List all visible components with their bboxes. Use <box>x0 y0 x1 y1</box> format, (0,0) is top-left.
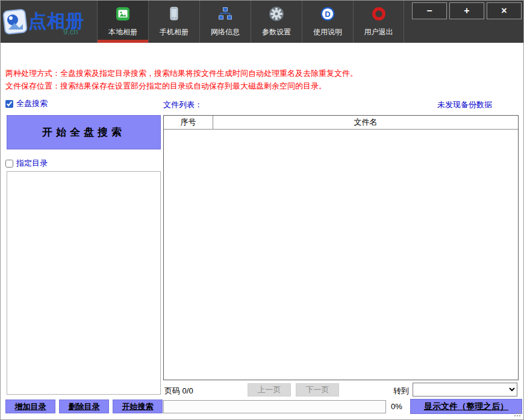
start-search-button[interactable]: 开始搜索 <box>113 400 163 413</box>
remove-directory-button[interactable]: 删除目录 <box>59 400 109 413</box>
notice-line-2: 文件保存位置：搜索结果保存在设置部分指定的目录或自动保存到最大磁盘剩余空间的目录… <box>5 81 326 92</box>
tab-help[interactable]: D 使用说明 <box>302 1 353 43</box>
full-scan-checkbox-row: 全盘搜索 <box>5 98 48 109</box>
tab-label: 参数设置 <box>262 27 291 37</box>
app-window: 点相册 9.cn 本地相册 <box>0 0 524 420</box>
backup-status-text: 未发现备份数据 <box>437 99 492 110</box>
tab-label: 手机相册 <box>160 27 189 37</box>
exit-icon <box>372 5 386 22</box>
add-directory-button[interactable]: 增加目录 <box>5 400 55 413</box>
specify-dir-label: 指定目录 <box>16 158 48 169</box>
page-number-label: 页码 0/0 <box>164 386 193 396</box>
close-button[interactable]: × <box>487 2 522 19</box>
start-full-scan-button[interactable]: 开始全盘搜索 <box>7 115 161 149</box>
progress-percent: 0% <box>391 402 402 411</box>
toolbar: 点相册 9.cn 本地相册 <box>1 1 523 43</box>
directory-listbox[interactable] <box>7 171 161 395</box>
app-logo: 点相册 9.cn <box>1 1 97 43</box>
tab-network-info[interactable]: 网络信息 <box>199 1 251 43</box>
window-controls: − + × <box>412 2 522 19</box>
local-album-icon <box>116 5 130 22</box>
goto-page-select[interactable] <box>413 383 517 396</box>
file-table-body[interactable] <box>164 130 518 380</box>
column-header-filename[interactable]: 文件名 <box>213 116 518 129</box>
full-scan-label: 全盘搜索 <box>16 98 48 109</box>
app-logo-icon <box>2 8 28 38</box>
file-list-title: 文件列表： <box>163 99 202 110</box>
notice-line-1: 两种处理方式：全盘搜索及指定目录搜索，搜索结果将按文件生成时间自动处理重名及去除… <box>5 68 358 79</box>
column-header-seq[interactable]: 序号 <box>164 116 213 129</box>
specify-dir-checkbox-row: 指定目录 <box>5 158 48 169</box>
goto-label: 转到 <box>393 386 409 396</box>
network-info-icon <box>218 5 232 22</box>
specify-dir-checkbox[interactable] <box>5 160 13 168</box>
help-icon: D <box>320 5 335 22</box>
svg-text:D: D <box>325 10 330 19</box>
phone-album-icon <box>167 5 181 22</box>
full-scan-checkbox[interactable] <box>5 100 13 108</box>
tab-settings[interactable]: 参数设置 <box>251 1 302 43</box>
watermark-text: 9.cn <box>63 27 78 36</box>
maximize-button[interactable]: + <box>449 2 484 19</box>
progress-bar <box>163 400 386 413</box>
tab-exit[interactable]: 用户退出 <box>353 1 404 43</box>
tab-local-album[interactable]: 本地相册 <box>97 1 148 43</box>
prev-page-button[interactable]: 上一页 <box>248 383 291 396</box>
tab-label: 本地相册 <box>108 27 137 37</box>
tab-label: 网络信息 <box>211 27 240 37</box>
resize-grip[interactable] <box>514 410 522 418</box>
show-files-button[interactable]: 显示文件（整理之后） <box>410 399 522 414</box>
tab-phone-album[interactable]: 手机相册 <box>148 1 199 43</box>
settings-gear-icon <box>269 5 284 22</box>
minimize-button[interactable]: − <box>412 2 447 19</box>
tab-label: 使用说明 <box>313 27 342 37</box>
toolbar-tabs: 本地相册 手机相册 <box>97 1 404 43</box>
file-table: 序号 文件名 <box>163 115 519 380</box>
file-table-header: 序号 文件名 <box>164 116 518 130</box>
tab-label: 用户退出 <box>364 27 393 37</box>
next-page-button[interactable]: 下一页 <box>296 383 339 396</box>
